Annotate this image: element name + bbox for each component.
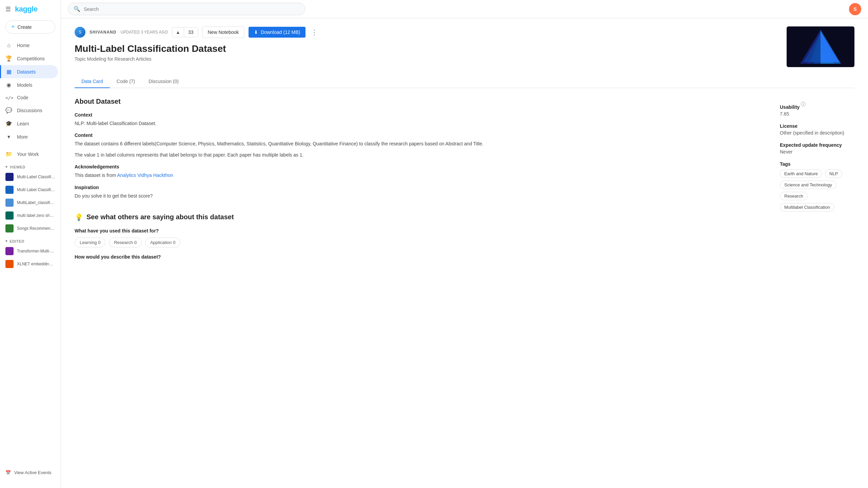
- tabs: Data Card Code (7) Discussion (0): [75, 75, 854, 88]
- search-input[interactable]: [84, 6, 299, 12]
- recent-item-label: Transformer-Multi-Lab...: [17, 249, 55, 253]
- plus-icon: +: [11, 23, 15, 30]
- recent-thumb: [5, 247, 14, 255]
- main-area: 🔍 S S SHIVANAND UPDATED 3 YEARS AGO ▲ 33…: [61, 0, 868, 488]
- list-item[interactable]: Multi-Label Classificati...: [0, 170, 61, 183]
- license-value: Other (specified in description): [780, 130, 854, 136]
- usage-chip-learning[interactable]: Learning 0: [75, 238, 105, 247]
- license-label: License: [780, 123, 854, 129]
- view-active-events-button[interactable]: 📅 View Active Events: [5, 467, 55, 478]
- your-work-icon: 📁: [5, 151, 12, 157]
- tab-data-card[interactable]: Data Card: [75, 75, 110, 88]
- more-chevron-icon: ▾: [5, 134, 12, 140]
- dataset-subtitle: Topic Modeling for Research Articles: [75, 56, 778, 62]
- acknowledgements-text: This dataset is from Analytics Vidhya Ha…: [75, 171, 766, 179]
- describe-title: How would you describe this dataset?: [75, 254, 766, 260]
- usage-chips: Learning 0 Research 0 Application 0: [75, 238, 766, 247]
- content-area: S SHIVANAND UPDATED 3 YEARS AGO ▲ 33 New…: [61, 18, 868, 488]
- search-icon: 🔍: [74, 6, 80, 12]
- models-icon: ◉: [5, 82, 12, 88]
- recent-item-label: XLNET embedding and...: [17, 262, 55, 266]
- more-options-button[interactable]: ⋮: [310, 27, 319, 38]
- info-icon[interactable]: ⓘ: [801, 101, 806, 107]
- dataset-thumbnail: [787, 26, 854, 67]
- analytics-vidhya-link[interactable]: Analytics Vidhya Hackthon: [117, 172, 173, 178]
- calendar-icon: 📅: [5, 470, 11, 475]
- dataset-header-left: S SHIVANAND UPDATED 3 YEARS AGO ▲ 33 New…: [75, 26, 778, 62]
- usage-chip-application[interactable]: Application 0: [145, 238, 180, 247]
- sidebar-item-more[interactable]: ▾ More: [0, 130, 58, 143]
- context-text: NLP: Multi-label Classification Dataset.: [75, 120, 766, 127]
- sidebar-item-competitions[interactable]: 🏆 Competitions: [0, 52, 58, 65]
- content-layout: About Dataset Context NLP: Multi-label C…: [75, 98, 854, 264]
- tab-code[interactable]: Code (7): [110, 75, 142, 88]
- home-icon: ⌂: [5, 42, 12, 48]
- chevron-down-icon: ▾: [5, 239, 8, 243]
- dataset-title: Multi-Label Classification Dataset: [75, 43, 778, 54]
- menu-icon[interactable]: ☰: [5, 5, 11, 13]
- community-section: 💡 See what others are saying about this …: [75, 213, 766, 260]
- viewed-section-label: ▾ VIEWED: [0, 161, 61, 170]
- discussions-icon: 💬: [5, 107, 12, 114]
- sidebar-item-discussions[interactable]: 💬 Discussions: [0, 104, 58, 117]
- sidebar-item-your-work[interactable]: 📁 Your Work: [0, 147, 58, 161]
- list-item[interactable]: Multi Label Classifier - ...: [0, 183, 61, 196]
- community-title: 💡 See what others are saying about this …: [75, 213, 766, 221]
- tag-multilabel-classification[interactable]: Multilabel Classification: [780, 203, 834, 211]
- search-box[interactable]: 🔍: [68, 3, 305, 15]
- topbar: 🔍 S: [61, 0, 868, 18]
- sidebar-item-models[interactable]: ◉ Models: [0, 78, 58, 92]
- recent-thumb: [5, 199, 14, 207]
- content-text: The dataset contains 6 different labels(…: [75, 140, 766, 147]
- sidebar: ☰ kaggle + Create ⌂ Home 🏆 Competitions …: [0, 0, 61, 488]
- content-side: Usability ⓘ 7.65 License Other (specifie…: [780, 98, 854, 264]
- recent-item-label: multi label zero shot cl...: [17, 213, 55, 218]
- trophy-icon: 🏆: [5, 55, 12, 62]
- about-title: About Dataset: [75, 98, 766, 105]
- topbar-right: S: [849, 3, 861, 15]
- content-label: Content: [75, 133, 766, 138]
- learn-icon: 🎓: [5, 120, 12, 127]
- vote-up-button[interactable]: ▲: [172, 27, 184, 37]
- sidebar-item-datasets[interactable]: ▦ Datasets: [0, 65, 58, 78]
- update-freq-value: Never: [780, 149, 854, 155]
- recent-item-label: MultiLabel_classificati...: [17, 200, 55, 205]
- owner-name: SHIVANAND: [90, 30, 116, 35]
- inspiration-label: Inspiration: [75, 185, 766, 190]
- sidebar-item-code[interactable]: </> Code: [0, 92, 58, 104]
- datasets-icon: ▦: [5, 68, 12, 75]
- usability-value: 7.65: [780, 111, 854, 117]
- code-icon: </>: [5, 95, 12, 100]
- create-button[interactable]: + Create: [5, 20, 55, 34]
- usage-title: What have you used this dataset for?: [75, 228, 766, 233]
- sidebar-item-learn[interactable]: 🎓 Learn: [0, 117, 58, 130]
- bulb-icon: 💡: [75, 213, 83, 221]
- tag-science-and-technology[interactable]: Science and Technology: [780, 181, 836, 189]
- download-icon: ⬇: [254, 29, 258, 35]
- tags-label: Tags: [780, 161, 854, 167]
- sidebar-bottom: 📅 View Active Events: [0, 464, 61, 481]
- list-item[interactable]: XLNET embedding and...: [0, 258, 61, 270]
- recent-item-label: Songs Recommendatio...: [17, 226, 55, 231]
- usability-label: Usability: [780, 104, 800, 110]
- tag-nlp[interactable]: NLP: [825, 169, 842, 178]
- list-item[interactable]: multi label zero shot cl...: [0, 209, 61, 222]
- avatar[interactable]: S: [849, 3, 861, 15]
- updated-text: UPDATED 3 YEARS AGO: [120, 30, 168, 35]
- list-item[interactable]: MultiLabel_classificati...: [0, 196, 61, 209]
- new-notebook-button[interactable]: New Notebook: [202, 26, 245, 38]
- tag-earth-and-nature[interactable]: Earth and Nature: [780, 169, 822, 178]
- usage-chip-research[interactable]: Research 0: [109, 238, 141, 247]
- inspiration-text: Do you solve it to get the best score?: [75, 192, 766, 200]
- sidebar-item-home[interactable]: ⌂ Home: [0, 39, 58, 52]
- content-main: About Dataset Context NLP: Multi-label C…: [75, 98, 766, 264]
- list-item[interactable]: Songs Recommendatio...: [0, 222, 61, 235]
- tag-research[interactable]: Research: [780, 192, 808, 200]
- context-label: Context: [75, 112, 766, 118]
- recent-item-label: Multi-Label Classificati...: [17, 175, 55, 179]
- list-item[interactable]: Transformer-Multi-Lab...: [0, 245, 61, 258]
- download-button[interactable]: ⬇ Download (12 MB): [249, 27, 305, 38]
- acknowledgements-label: Acknowledgements: [75, 164, 766, 169]
- recent-thumb: [5, 224, 14, 232]
- tab-discussion[interactable]: Discussion (0): [142, 75, 185, 88]
